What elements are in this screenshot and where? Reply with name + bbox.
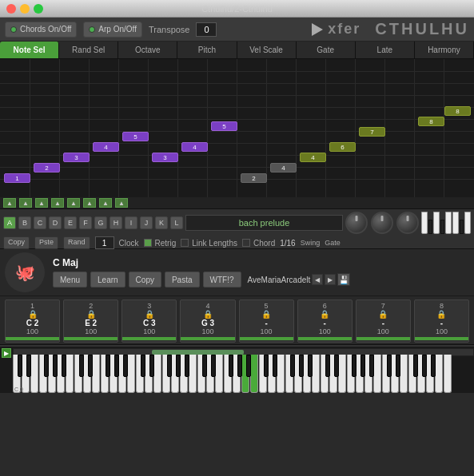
chords-toggle-btn[interactable]: Chords On/Off <box>5 22 77 38</box>
pattern-letter-k[interactable]: K <box>155 216 168 229</box>
paste-btn[interactable]: Pste <box>34 236 58 249</box>
arp-toggle-btn[interactable]: Arp On/Off <box>83 22 142 38</box>
pattern-letter-e[interactable]: E <box>64 216 77 229</box>
piano-white-key[interactable] <box>338 355 346 393</box>
piano-white-key[interactable] <box>92 355 100 393</box>
piano-black-key[interactable] <box>334 355 339 377</box>
piano-black-key[interactable] <box>167 355 172 377</box>
seq-note[interactable]: 5 <box>211 121 237 131</box>
seq-note[interactable]: 6 <box>329 142 356 152</box>
gate-knob[interactable] <box>396 212 419 234</box>
piano-black-key[interactable] <box>264 355 269 377</box>
tab-vel-scale[interactable]: Vel Scale <box>237 42 297 58</box>
pattern-letter-l[interactable]: L <box>170 216 183 229</box>
piano-black-key[interactable] <box>237 355 242 377</box>
piano-black-key[interactable] <box>246 355 251 377</box>
piano-key-white[interactable] <box>445 212 452 234</box>
piano-white-key[interactable] <box>277 355 285 393</box>
pattern-letter-f[interactable]: F <box>79 216 92 229</box>
learn-btn[interactable]: Learn <box>90 272 125 288</box>
tab-note-sel[interactable]: Note Sel <box>0 42 59 58</box>
tab-octave[interactable]: Octave <box>118 42 177 58</box>
seq-arrow-up-2[interactable]: ▲ <box>19 198 32 208</box>
piano-key-black[interactable] <box>428 220 432 234</box>
pattern-letter-c[interactable]: C <box>34 216 46 229</box>
seq-note[interactable]: 8 <box>444 106 471 116</box>
transpose-input[interactable] <box>196 22 217 37</box>
piano-white-key[interactable] <box>312 355 320 393</box>
seq-arrow-up-8[interactable]: ▲ <box>115 198 128 208</box>
piano-white-key[interactable] <box>127 355 135 393</box>
seq-arrow-up-3[interactable]: ▲ <box>35 198 48 208</box>
maximize-btn[interactable] <box>34 4 43 14</box>
piano-black-key[interactable] <box>149 355 154 377</box>
piano-key-white[interactable] <box>433 212 440 234</box>
menu-btn[interactable]: Menu <box>53 272 87 288</box>
pattern-letter-g[interactable]: G <box>94 216 107 229</box>
seq-arrow-up-6[interactable]: ▲ <box>83 198 96 208</box>
piano-white-key[interactable] <box>373 355 381 393</box>
seq-note[interactable]: 4 <box>181 142 208 152</box>
minimize-btn[interactable] <box>20 4 30 14</box>
piano-white-key[interactable] <box>215 355 223 393</box>
piano-key-black[interactable] <box>460 220 464 234</box>
pattern-num-input[interactable] <box>95 236 114 249</box>
piano-black-key[interactable] <box>79 355 84 377</box>
piano-white-key[interactable] <box>30 355 38 393</box>
piano-white-key[interactable] <box>400 355 408 393</box>
pattern-letter-j[interactable]: J <box>140 216 153 229</box>
pattern-letter-b[interactable]: B <box>18 216 31 229</box>
pattern-letter-i[interactable]: I <box>125 216 137 229</box>
close-btn[interactable] <box>6 4 16 14</box>
seq-arrow-up-7[interactable]: ▲ <box>99 198 112 208</box>
seq-note[interactable]: 2 <box>241 173 267 183</box>
piano-white-key[interactable] <box>66 355 74 393</box>
seq-note[interactable]: 7 <box>359 127 385 137</box>
piano-white-key[interactable] <box>153 355 161 393</box>
seq-note[interactable]: 1 <box>4 173 30 183</box>
pasta-btn[interactable]: Pasta <box>165 272 200 288</box>
wtf-btn[interactable]: WTF!? <box>203 272 241 288</box>
pattern-letter-d[interactable]: D <box>49 216 62 229</box>
piano-black-key[interactable] <box>396 355 400 377</box>
piano-black-key[interactable] <box>202 355 207 377</box>
piano-black-key[interactable] <box>141 355 145 377</box>
seq-note[interactable]: 3 <box>63 153 90 162</box>
piano-black-key[interactable] <box>422 355 427 377</box>
seq-arrow-up-1[interactable]: ▲ <box>3 198 16 208</box>
piano-black-key[interactable] <box>88 355 93 377</box>
piano-black-key[interactable] <box>352 355 356 377</box>
piano-black-key[interactable] <box>273 355 277 377</box>
seq-note[interactable]: 4 <box>93 142 119 152</box>
copy-chord-btn[interactable]: Copy <box>129 272 161 288</box>
seq-note[interactable]: 8 <box>418 117 444 126</box>
preset-prev-btn[interactable]: ◀ <box>312 274 323 285</box>
piano-black-key[interactable] <box>229 355 233 377</box>
piano-black-key[interactable] <box>299 355 304 377</box>
tab-late[interactable]: Late <box>356 42 415 58</box>
piano-white-key[interactable] <box>250 355 258 393</box>
play-btn[interactable]: ▶ <box>2 348 11 358</box>
piano-black-key[interactable] <box>176 355 181 377</box>
tab-harmony[interactable]: Harmony <box>415 42 474 58</box>
tab-pitch[interactable]: Pitch <box>177 42 237 58</box>
piano-key-white[interactable] <box>452 212 459 234</box>
piano-black-key[interactable] <box>211 355 216 377</box>
seq-note[interactable]: 5 <box>122 132 149 141</box>
piano-black-key[interactable] <box>106 355 110 377</box>
piano-white-key[interactable] <box>444 355 452 393</box>
piano-black-key[interactable] <box>431 355 436 377</box>
link-checkbox[interactable] <box>181 239 189 247</box>
piano-black-key[interactable] <box>369 355 374 377</box>
retrig-checkbox[interactable] <box>144 239 152 247</box>
piano-black-key[interactable] <box>290 355 295 377</box>
piano-key-white[interactable] <box>464 212 471 234</box>
piano-black-key[interactable] <box>325 355 330 377</box>
piano-key-black[interactable] <box>440 220 444 234</box>
piano-black-key[interactable] <box>62 355 66 377</box>
tab-gate[interactable]: Gate <box>297 42 356 58</box>
pattern-name[interactable]: bach prelude <box>185 215 343 231</box>
copy-btn[interactable]: Copy <box>3 236 30 249</box>
piano-black-key[interactable] <box>114 355 119 377</box>
piano-key-white[interactable] <box>421 212 428 234</box>
